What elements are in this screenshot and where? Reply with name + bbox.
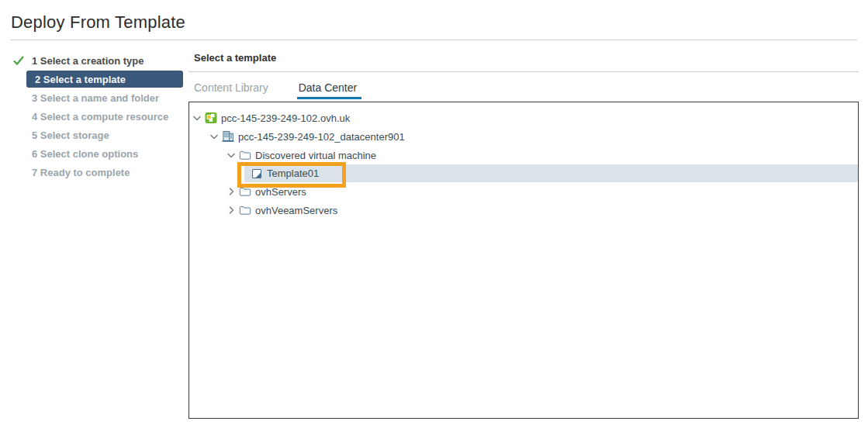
- wizard-step-1[interactable]: 1 Select a creation type: [11, 51, 183, 70]
- inventory-tree-panel: pcc-145-239-249-102.ovh.uk: [188, 102, 859, 419]
- tree-item-label: pcc-145-239-249-102.ovh.uk: [221, 112, 350, 124]
- tree-item-label: pcc-145-239-249-102_datacenter901: [238, 131, 405, 143]
- page-title: Deploy From Template: [11, 12, 857, 33]
- wizard-body: 1 Select a creation type 2 Select a temp…: [0, 40, 868, 419]
- vcenter-icon: [205, 112, 217, 124]
- wizard-step-label: 7 Ready to complete: [32, 167, 130, 178]
- wizard-step-6[interactable]: 6 Select clone options: [11, 144, 183, 163]
- tree-item-folder-discovered-vm[interactable]: Discovered virtual machine: [189, 146, 858, 164]
- wizard-step-3[interactable]: 3 Select a name and folder: [11, 88, 183, 107]
- wizard-step-label: 5 Select storage: [32, 129, 109, 141]
- wizard-step-5[interactable]: 5 Select storage: [11, 126, 183, 144]
- wizard-step-7[interactable]: 7 Ready to complete: [11, 163, 183, 181]
- wizard-step-4[interactable]: 4 Select a compute resource: [11, 107, 183, 126]
- chevron-down-icon[interactable]: [191, 112, 203, 124]
- wizard-step-label: 3 Select a name and folder: [32, 92, 159, 104]
- datacenter-icon: [222, 130, 234, 143]
- folder-icon: [239, 204, 251, 216]
- chevron-right-icon[interactable]: [225, 204, 237, 216]
- tree-item-label: Discovered virtual machine: [255, 150, 376, 161]
- tree-item-folder-ovhservers[interactable]: ovhServers: [189, 182, 858, 201]
- tree-item-label: ovhServers: [255, 186, 306, 198]
- folder-icon: [239, 185, 251, 198]
- check-icon: [12, 54, 25, 67]
- tree-item-template01[interactable]: Template01: [244, 164, 858, 182]
- folder-icon: [239, 149, 251, 161]
- chevron-down-icon[interactable]: [208, 130, 220, 143]
- wizard-step-label: 1 Select a creation type: [32, 55, 144, 67]
- step-heading: Select a template: [188, 50, 859, 72]
- vm-template-icon: [251, 167, 263, 180]
- wizard-step-label: 2 Select a template: [35, 74, 126, 85]
- tree-item-label: Template01: [267, 167, 319, 179]
- chevron-right-icon[interactable]: [225, 185, 237, 198]
- tree-item-label: ovhVeeamServers: [255, 205, 337, 216]
- wizard-step-label: 6 Select clone options: [32, 148, 138, 160]
- wizard-steps-sidebar: 1 Select a creation type 2 Select a temp…: [11, 40, 183, 181]
- step-content-area: Select a template Content Library Data C…: [188, 40, 859, 419]
- chevron-down-icon[interactable]: [225, 149, 237, 161]
- wizard-step-2[interactable]: 2 Select a template: [26, 71, 183, 88]
- tree-item-folder-ovhveeamservers[interactable]: ovhVeeamServers: [189, 201, 858, 219]
- wizard-step-label: 4 Select a compute resource: [32, 111, 168, 123]
- tree-item-vcenter[interactable]: pcc-145-239-249-102.ovh.uk: [189, 109, 858, 127]
- template-source-tabs: Content Library Data Center: [188, 81, 859, 99]
- tab-content-library[interactable]: Content Library: [194, 81, 271, 99]
- tree-item-datacenter[interactable]: pcc-145-239-249-102_datacenter901: [189, 127, 858, 146]
- tab-data-center[interactable]: Data Center: [297, 81, 361, 99]
